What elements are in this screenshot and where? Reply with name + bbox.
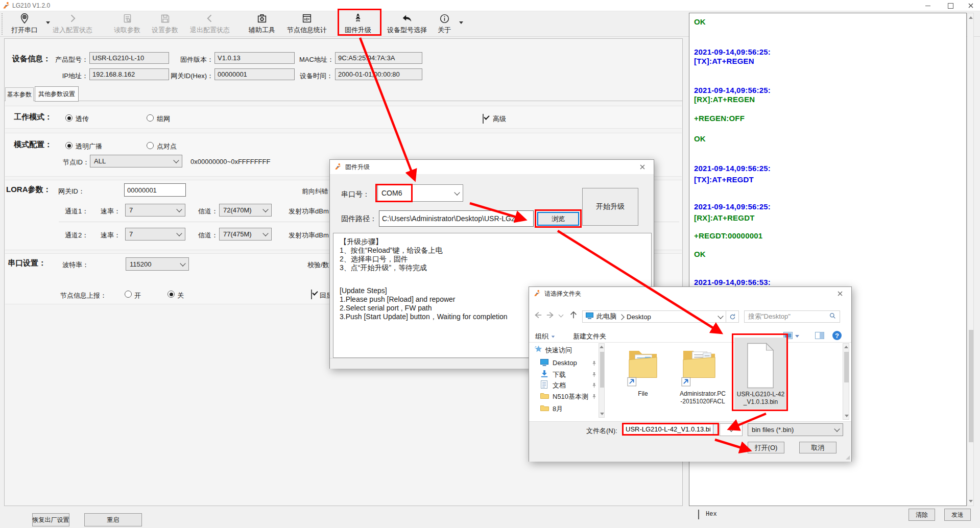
desktop-icon xyxy=(540,359,548,368)
file-type-filter-select[interactable]: bin files (*.bin) xyxy=(748,423,843,436)
tab-basic-params[interactable]: 基本参数 xyxy=(5,87,34,101)
report-on-radio[interactable] xyxy=(125,291,132,298)
address-dropdown-icon[interactable] xyxy=(718,313,723,319)
restart-button[interactable]: 重启 xyxy=(84,513,142,526)
serial-pin-icon xyxy=(19,12,30,25)
fw-dialog-titlebar: 固件升级 xyxy=(330,160,654,175)
cancel-file-button[interactable]: 取消 xyxy=(799,442,836,453)
clear-log-button[interactable]: 清除 xyxy=(909,509,935,521)
report-off-radio[interactable] xyxy=(168,291,175,298)
spacer xyxy=(340,272,645,286)
about-dropdown-caret[interactable] xyxy=(459,21,463,24)
p2p-radio[interactable] xyxy=(147,142,154,149)
gateway-id-hex-field[interactable]: 00000001 xyxy=(214,68,295,80)
toolbar-firmware-upgrade-button[interactable]: 固件升级 xyxy=(340,12,376,35)
help-icon[interactable]: ? xyxy=(832,331,842,340)
resize-grip[interactable] xyxy=(846,455,850,460)
refresh-button[interactable] xyxy=(726,310,739,323)
send-button[interactable]: 发送 xyxy=(944,509,971,521)
toolbar-open-serial-button[interactable]: 打开串口 xyxy=(5,12,44,35)
folder-file-icon[interactable] xyxy=(627,347,659,392)
search-icon xyxy=(829,313,836,321)
toolbar-exit-config-button[interactable]: 退出配置状态 xyxy=(185,12,234,35)
up-icon[interactable] xyxy=(569,310,578,322)
mac-field[interactable]: 9C:A5:25:94:7A:3A xyxy=(335,52,422,64)
browse-button[interactable]: 浏览 xyxy=(537,212,579,226)
toolbar-read-params-button[interactable]: 读取参数 xyxy=(109,12,145,35)
product-field[interactable]: USR-LG210-L-10 xyxy=(89,52,169,64)
filename-input[interactable] xyxy=(623,423,713,435)
broadcast-radio[interactable] xyxy=(65,142,73,149)
serial-settings-label: 串口设置： xyxy=(8,258,46,268)
view-dropdown-caret[interactable] xyxy=(795,335,799,338)
tab-other-params[interactable]: 其他参数设置 xyxy=(35,86,79,102)
open-file-button[interactable]: 打开(O) xyxy=(748,442,784,453)
channel2-select[interactable]: 77(475M) xyxy=(219,228,272,241)
close-icon[interactable] xyxy=(833,288,847,299)
toolbar-item-label: 辅助工具 xyxy=(249,26,275,35)
sidebar-item-n510[interactable]: N510基本测 xyxy=(553,392,588,401)
toolbar-about-button[interactable]: 关于 xyxy=(433,12,456,35)
forward-icon[interactable] xyxy=(546,310,555,322)
start-upgrade-button[interactable]: 开始升级 xyxy=(582,188,638,226)
channel2-label: 通道2： xyxy=(65,231,88,240)
log-scrollbar[interactable] xyxy=(967,13,974,506)
bin-file-icon[interactable] xyxy=(746,342,775,391)
search-box[interactable]: 搜索"Desktop" xyxy=(744,310,840,323)
minimize-button[interactable] xyxy=(917,0,939,11)
fw-version-field[interactable]: V1.0.13 xyxy=(214,52,295,64)
report-on-label: 开 xyxy=(134,291,141,300)
sidebar-item-quick-access[interactable]: 快速访问 xyxy=(545,346,572,355)
channel1-select[interactable]: 72(470M) xyxy=(219,204,272,217)
folder-administrator-icon[interactable] xyxy=(681,347,717,392)
filename-dropdown[interactable] xyxy=(720,423,743,436)
toolbar-enter-config-button[interactable]: 进入配置状态 xyxy=(48,12,97,35)
close-button[interactable] xyxy=(962,0,980,11)
lora-gateway-id-input[interactable]: 00000001 xyxy=(124,183,186,197)
node-report-label: 节点信息上报： xyxy=(60,291,107,300)
advanced-checkbox[interactable] xyxy=(483,114,484,124)
toolbar-item-label: 打开串口 xyxy=(11,26,38,35)
sidebar-scrollbar[interactable] xyxy=(599,343,605,418)
sidebar-item-documents[interactable]: 文档 xyxy=(553,381,566,390)
toolbar-aux-tools-button[interactable]: 辅助工具 xyxy=(244,12,280,35)
log-line: +REGEN:OFF xyxy=(694,114,745,123)
ip-field[interactable]: 192.168.8.162 xyxy=(89,68,169,80)
log-line: 2021-09-14,09:56:53: xyxy=(694,278,771,286)
ip-label: IP地址： xyxy=(51,71,88,81)
rate1-select[interactable]: 7 xyxy=(125,204,185,217)
baud-select[interactable]: 115200 xyxy=(126,257,189,271)
sidebar-item-august[interactable]: 8月 xyxy=(553,404,563,414)
preview-pane-icon[interactable] xyxy=(815,332,824,342)
toolbar-device-model-button[interactable]: 设备型号选择 xyxy=(383,12,432,35)
advanced-label: 高级 xyxy=(493,114,506,124)
breadcrumb-root[interactable]: 此电脑 xyxy=(596,312,616,321)
work-mode-network-radio[interactable] xyxy=(147,114,154,122)
work-mode-transparent-radio[interactable] xyxy=(65,114,73,122)
address-bar[interactable]: 此电脑 Desktop xyxy=(582,310,726,323)
back-icon[interactable] xyxy=(533,310,542,322)
fw-path-input[interactable]: C:\Users\Administrator\Desktop\USR-LG2 xyxy=(379,210,534,227)
factory-reset-button[interactable]: 恢复出厂设置 xyxy=(32,513,69,526)
maximize-button[interactable] xyxy=(939,0,962,11)
toolbar-set-params-button[interactable]: 设置参数 xyxy=(147,12,183,35)
toolbar-node-stats-button[interactable]: 节点信息统计 xyxy=(282,12,331,35)
hex-checkbox[interactable] xyxy=(698,510,699,519)
file-item-label-selected[interactable]: USR-LG210-L-42_V1.0.13.bin xyxy=(736,391,785,406)
rate2-select[interactable]: 7 xyxy=(125,228,185,241)
new-folder-button[interactable]: 新建文件夹 xyxy=(573,332,606,341)
file-dialog-titlebar: 请选择文件夹 xyxy=(529,287,851,300)
node-id-select[interactable]: ALL xyxy=(90,155,182,167)
history-chevron-icon[interactable] xyxy=(559,313,564,318)
close-icon[interactable] xyxy=(636,161,649,173)
breadcrumb-folder[interactable]: Desktop xyxy=(627,313,651,321)
file-item-label[interactable]: Administrator.PC-20151020FACL xyxy=(679,390,727,405)
sidebar-item-downloads[interactable]: 下载 xyxy=(553,370,566,379)
device-time-field[interactable]: 2000-01-01,00:00:80 xyxy=(335,68,422,80)
organize-button[interactable]: 组织 xyxy=(535,332,555,341)
filelist-scrollbar[interactable] xyxy=(843,343,849,420)
serial-port-select[interactable]: COM6 xyxy=(377,184,463,202)
echo-checkbox[interactable] xyxy=(311,290,312,299)
file-item-label[interactable]: File xyxy=(624,390,662,398)
sidebar-item-desktop[interactable]: Desktop xyxy=(553,359,577,367)
